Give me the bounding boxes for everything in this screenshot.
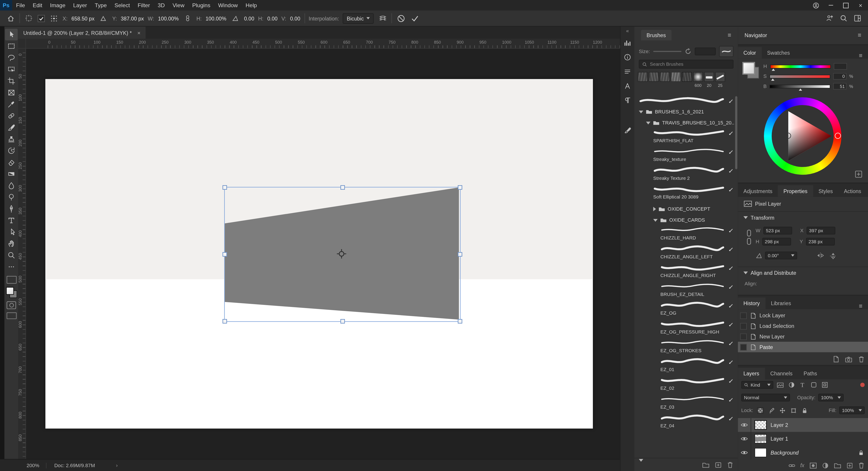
- canvas-area[interactable]: 0501001502002503003504004505005506006507…: [18, 39, 620, 459]
- handle-top-left[interactable]: [223, 185, 227, 190]
- zoom-level[interactable]: 200%: [27, 463, 46, 468]
- swap-colors-icon[interactable]: [6, 276, 16, 283]
- size-input[interactable]: [695, 47, 716, 55]
- tab-paths[interactable]: Paths: [798, 368, 823, 379]
- brush-search-input[interactable]: Search Brushes: [639, 60, 734, 68]
- panel-menu-icon[interactable]: ≡: [859, 302, 863, 309]
- hue-slider[interactable]: [770, 64, 831, 68]
- account-icon[interactable]: [808, 0, 823, 10]
- lasso-tool[interactable]: [5, 52, 18, 64]
- expand-icon[interactable]: [653, 207, 656, 211]
- crop-tool[interactable]: [5, 75, 18, 87]
- history-state[interactable]: New Layer: [738, 331, 868, 342]
- home-icon[interactable]: [6, 13, 16, 23]
- adjustment-layer-icon[interactable]: [822, 462, 829, 469]
- menu-layer[interactable]: Layer: [69, 0, 91, 10]
- layer-effects-icon[interactable]: fx: [800, 462, 804, 468]
- glyphs-panel-icon[interactable]: [621, 64, 633, 78]
- handle-top-center[interactable]: [340, 185, 345, 190]
- handle-bottom-right[interactable]: [458, 319, 462, 324]
- handle-bottom-center[interactable]: [340, 319, 345, 324]
- add-layer-mask-icon[interactable]: [809, 462, 817, 469]
- layer-thumbnail[interactable]: [754, 448, 767, 457]
- gradient-tool[interactable]: [5, 168, 18, 180]
- menu-window[interactable]: Window: [214, 0, 242, 10]
- color-swatch-pair[interactable]: [742, 62, 759, 78]
- lock-all-icon[interactable]: [800, 406, 808, 414]
- interpolation-dropdown[interactable]: Bicubic: [343, 13, 374, 24]
- quick-mask-icon[interactable]: [6, 301, 16, 309]
- brightness-slider[interactable]: [770, 85, 830, 88]
- new-layer-icon[interactable]: [846, 462, 853, 469]
- maximize-button[interactable]: [838, 0, 853, 10]
- cancel-transform-icon[interactable]: [396, 13, 406, 23]
- ring-marker[interactable]: [835, 133, 841, 139]
- collapse-icon[interactable]: [653, 219, 658, 222]
- pen-tool[interactable]: [5, 203, 18, 215]
- foreground-color-swatch[interactable]: [742, 62, 755, 75]
- triangle-marker[interactable]: [785, 133, 791, 139]
- angle-value[interactable]: 0.00: [244, 15, 254, 21]
- handle-middle-left[interactable]: [223, 252, 227, 257]
- size-slider[interactable]: [653, 51, 681, 52]
- close-tab-icon[interactable]: ×: [137, 30, 141, 36]
- character-panel-icon[interactable]: [621, 78, 633, 93]
- hand-tool[interactable]: [5, 238, 18, 249]
- menu-select[interactable]: Select: [111, 0, 134, 10]
- filter-shape-icon[interactable]: [809, 381, 818, 389]
- new-group-icon[interactable]: [834, 462, 841, 469]
- width-input[interactable]: 523 px: [763, 227, 792, 234]
- lock-artboard-icon[interactable]: [789, 406, 798, 414]
- histogram-panel-icon[interactable]: [621, 35, 633, 50]
- move-tool[interactable]: [5, 29, 18, 40]
- brush-item[interactable]: SPARTHISH_FLAT: [634, 128, 735, 147]
- brush-preset[interactable]: [682, 72, 692, 91]
- brush-item[interactable]: EZ_03: [634, 395, 735, 414]
- menu-help[interactable]: Help: [242, 0, 261, 10]
- tab-styles[interactable]: Styles: [813, 185, 838, 197]
- workspace-switcher-icon[interactable]: [852, 13, 862, 23]
- tab-actions[interactable]: Actions: [838, 185, 867, 197]
- tab-swatches[interactable]: Swatches: [762, 47, 795, 59]
- brush-settings-panel-icon[interactable]: [621, 123, 633, 137]
- brush-item[interactable]: EZ_OG_STROKES: [634, 338, 735, 357]
- share-image-icon[interactable]: [825, 13, 835, 23]
- filter-type-icon[interactable]: T: [798, 381, 806, 389]
- edit-toolbar[interactable]: [5, 261, 18, 273]
- brush-item[interactable]: EZ_04: [634, 414, 735, 433]
- b-value-input[interactable]: 51: [833, 83, 846, 90]
- layer-visibility-icon[interactable]: [738, 432, 751, 445]
- panel-menu-icon[interactable]: ≡: [727, 32, 731, 38]
- reset-size-icon[interactable]: [685, 48, 691, 55]
- brush-item[interactable]: Streaky_texture: [634, 147, 735, 166]
- collapse-panels-icon[interactable]: «: [626, 27, 629, 35]
- brush-scrollbar-thumb[interactable]: [735, 96, 737, 169]
- height-input[interactable]: 298 px: [762, 238, 791, 245]
- tab-layers[interactable]: Layers: [738, 368, 765, 379]
- brush-preset[interactable]: 600: [693, 72, 703, 91]
- brush-tool[interactable]: [5, 122, 18, 133]
- menu-type[interactable]: Type: [91, 0, 111, 10]
- layer-row[interactable]: Background: [738, 446, 868, 460]
- layer-name[interactable]: Layer 1: [771, 436, 788, 442]
- history-brush-tool[interactable]: [5, 145, 18, 157]
- x-value[interactable]: 658.50 px: [71, 15, 95, 21]
- layer-name[interactable]: Background: [771, 450, 799, 456]
- rectangular-marquee-tool[interactable]: [5, 40, 18, 52]
- lock-position-icon[interactable]: [778, 406, 786, 414]
- brush-folder[interactable]: TRAVIS_BRUSHES_10_15_20...: [634, 117, 735, 128]
- info-panel-icon[interactable]: [621, 50, 633, 64]
- toggle-reference-point-checkbox[interactable]: [38, 14, 45, 22]
- brush-item[interactable]: Soft Elliptical 20 3089: [634, 185, 735, 204]
- brush-preset[interactable]: [638, 72, 648, 91]
- eyedropper-tool[interactable]: [5, 98, 18, 110]
- y-input[interactable]: 238 px: [806, 238, 835, 245]
- document-tab[interactable]: Untitled-1 @ 200% (Layer 2, RGB/8#/CMYK)…: [18, 27, 146, 39]
- layer-row[interactable]: Layer 1: [738, 432, 868, 445]
- constrain-proportions-icon[interactable]: [746, 228, 752, 247]
- transform-reference-point[interactable]: [336, 248, 347, 259]
- warp-mode-icon[interactable]: [378, 13, 388, 23]
- dodge-tool[interactable]: [5, 191, 18, 203]
- foreground-background-colors[interactable]: [6, 287, 17, 298]
- delete-layer-icon[interactable]: [858, 462, 865, 469]
